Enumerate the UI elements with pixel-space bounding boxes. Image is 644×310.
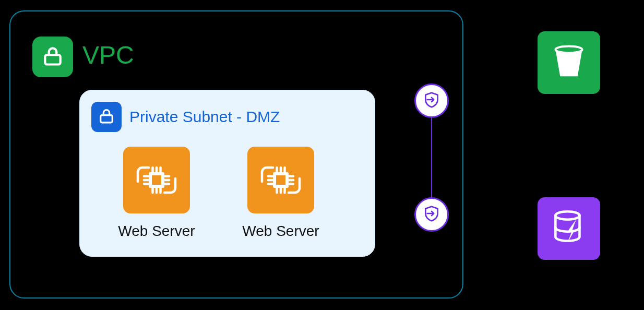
subnet-lock-badge: [91, 102, 122, 132]
web-server-node: Web Server: [117, 147, 196, 240]
svg-rect-17: [276, 175, 285, 185]
dynamo-icon: [547, 206, 590, 251]
web-server-label: Web Server: [117, 223, 196, 240]
svg-rect-0: [45, 55, 60, 64]
svg-rect-1: [101, 115, 113, 123]
vpc-endpoint-icon: [421, 203, 442, 226]
database-service-node: [538, 197, 600, 260]
web-server-node: Web Server: [242, 147, 320, 240]
lock-icon: [41, 44, 64, 69]
web-server-label: Web Server: [242, 223, 320, 240]
vpc-lock-badge: [32, 37, 73, 77]
vpc-container: VPC Private Subnet - DMZ: [9, 10, 463, 299]
bucket-icon: [547, 40, 590, 85]
vpc-endpoint-node: [414, 197, 449, 232]
svg-rect-3: [152, 175, 161, 185]
vpc-endpoint-icon: [421, 89, 442, 112]
vpc-endpoint-node: [414, 84, 449, 118]
compute-icon: [247, 147, 314, 213]
lock-icon: [98, 107, 115, 127]
storage-service-node: [538, 31, 600, 94]
vpc-title: VPC: [82, 41, 134, 69]
endpoint-connector-line: [431, 115, 432, 204]
svg-point-32: [555, 211, 579, 219]
compute-icon: [123, 147, 190, 213]
private-subnet-container: Private Subnet - DMZ Web Server: [79, 90, 375, 257]
subnet-title: Private Subnet - DMZ: [129, 108, 280, 126]
